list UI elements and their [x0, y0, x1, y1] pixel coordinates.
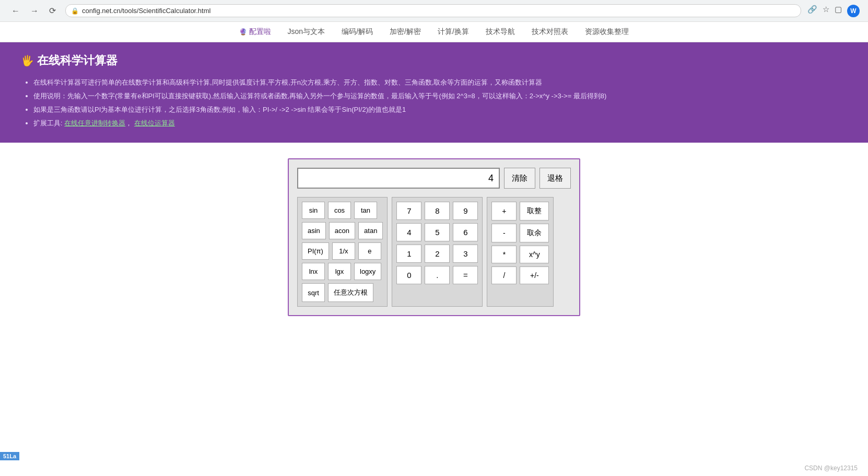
- main-content: 清除 退格 sin cos tan asin acon atan PI(π): [0, 143, 868, 332]
- user-avatar[interactable]: W: [847, 5, 860, 17]
- nav-item-jisuan[interactable]: 计算/换算: [438, 27, 469, 37]
- xpowy-button[interactable]: x^y: [520, 246, 549, 263]
- logxy-button[interactable]: logxy: [354, 263, 381, 280]
- num-row-2: 4 5 6: [396, 223, 478, 241]
- clear-button[interactable]: 清除: [504, 168, 535, 189]
- ops-panel: + 取整 - 取余 * x^y / +/-: [487, 197, 554, 307]
- calc-display[interactable]: [297, 168, 500, 189]
- lock-icon: 🔒: [71, 7, 79, 15]
- bullet-3: 如果是三角函数请以PI为基本单位进行计算，之后选择3角函数,例如，输入：PI->…: [33, 103, 847, 117]
- e-button[interactable]: e: [358, 242, 381, 260]
- browser-chrome: ← → ⟳ 🔒 config.net.cn/tools/ScientificCa…: [0, 0, 868, 22]
- btn-3[interactable]: 3: [453, 245, 478, 263]
- sci-row-3: PI(π) 1/x e: [302, 242, 383, 260]
- ext-link-1[interactable]: 在线任意进制转换器: [64, 119, 125, 127]
- bullet-4: 扩展工具: 在线任意进制转换器， 在线位运算器: [33, 117, 847, 130]
- header-section: 在线科学计算器 在线科学计算器可进行简单的在线数学计算和高级科学计算,同时提供弧…: [0, 42, 868, 143]
- cos-button[interactable]: cos: [328, 202, 351, 219]
- sci-row-1: sin cos tan: [302, 202, 383, 219]
- nav-item-json[interactable]: Json与文本: [288, 27, 325, 37]
- nav-item-jishu[interactable]: 技术导航: [486, 27, 515, 37]
- mod-button[interactable]: 取余: [520, 224, 549, 242]
- nav-bar: 配置啦 Json与文本 编码/解码 加密/解密 计算/换算 技术导航 技术对照表…: [0, 22, 868, 42]
- calculator: 清除 退格 sin cos tan asin acon atan PI(π): [288, 158, 580, 316]
- btn-5[interactable]: 5: [425, 223, 450, 241]
- btn-0[interactable]: 0: [396, 266, 421, 284]
- sci-panel: sin cos tan asin acon atan PI(π) 1/x e l…: [297, 197, 388, 307]
- plus-button[interactable]: +: [491, 202, 517, 220]
- forward-arrow[interactable]: →: [27, 5, 42, 17]
- bookmark-icon[interactable]: ☆: [823, 5, 829, 17]
- nav-item-bianjie[interactable]: 编码/解码: [342, 27, 373, 37]
- sci-row-5: sqrt 任意次方根: [302, 283, 383, 302]
- btn-9[interactable]: 9: [453, 202, 478, 220]
- btn-8[interactable]: 8: [425, 202, 450, 220]
- bullet-1: 在线科学计算器可进行简单的在线数学计算和高级科学计算,同时提供弧度计算,平方根,…: [33, 76, 847, 89]
- nav-item-duizhao[interactable]: 技术对照表: [532, 27, 568, 37]
- sin-button[interactable]: sin: [302, 202, 325, 219]
- ops-row-4: / +/-: [491, 266, 549, 284]
- btn-6[interactable]: 6: [453, 223, 478, 241]
- acon-button[interactable]: acon: [329, 222, 355, 239]
- btn-4[interactable]: 4: [396, 223, 421, 241]
- browser-nav-buttons[interactable]: ← → ⟳: [8, 5, 59, 17]
- reload-button[interactable]: ⟳: [46, 5, 59, 17]
- multiply-button[interactable]: *: [491, 246, 517, 263]
- nav-item-ziyuan[interactable]: 资源收集整理: [585, 27, 629, 37]
- btn-equals[interactable]: =: [453, 266, 478, 284]
- minus-button[interactable]: -: [491, 224, 517, 242]
- nav-item-jiami[interactable]: 加密/解密: [390, 27, 421, 37]
- num-row-3: 1 2 3: [396, 245, 478, 263]
- header-bullets: 在线科学计算器可进行简单的在线数学计算和高级科学计算,同时提供弧度计算,平方根,…: [21, 76, 847, 130]
- window-icon[interactable]: ▢: [835, 5, 842, 17]
- atan-button[interactable]: atan: [358, 222, 383, 239]
- ops-row-3: * x^y: [491, 246, 549, 263]
- ops-row-2: - 取余: [491, 224, 549, 242]
- url-text: config.net.cn/tools/ScientificCalculator…: [82, 7, 210, 15]
- negate-button[interactable]: +/-: [520, 266, 549, 284]
- divide-button[interactable]: /: [491, 266, 517, 284]
- sci-row-2: asin acon atan: [302, 222, 383, 239]
- nav-item-peizhi[interactable]: 配置啦: [239, 27, 271, 37]
- panels-row: sin cos tan asin acon atan PI(π) 1/x e l…: [297, 197, 571, 307]
- btn-1[interactable]: 1: [396, 245, 421, 263]
- share-icon[interactable]: 🔗: [807, 5, 817, 17]
- bullet-2: 使用说明：先输入一个数字(常量有e和PI可以直接按键获取),然后输入运算符或者函…: [33, 89, 847, 103]
- asin-button[interactable]: asin: [302, 222, 326, 239]
- pi-button[interactable]: PI(π): [302, 242, 329, 260]
- back-arrow[interactable]: ←: [8, 5, 23, 17]
- sci-row-4: lnx lgx logxy: [302, 263, 383, 280]
- floor-button[interactable]: 取整: [520, 202, 549, 220]
- lnx-button[interactable]: lnx: [302, 263, 325, 280]
- ops-row-1: + 取整: [491, 202, 549, 220]
- num-panel: 7 8 9 4 5 6 1 2 3 0 . =: [392, 197, 483, 307]
- display-row: 清除 退格: [297, 168, 571, 189]
- lgx-button[interactable]: lgx: [328, 263, 351, 280]
- inv-button[interactable]: 1/x: [332, 242, 355, 260]
- nth-root-button[interactable]: 任意次方根: [328, 283, 373, 302]
- num-row-1: 7 8 9: [396, 202, 478, 220]
- ext-link-2[interactable]: 在线位运算器: [134, 119, 175, 127]
- browser-actions: 🔗 ☆ ▢ W: [807, 5, 860, 17]
- sqrt-button[interactable]: sqrt: [302, 283, 325, 302]
- tan-button[interactable]: tan: [354, 202, 377, 219]
- btn-dot[interactable]: .: [425, 266, 450, 284]
- num-row-4: 0 . =: [396, 266, 478, 284]
- address-bar[interactable]: 🔒 config.net.cn/tools/ScientificCalculat…: [65, 4, 801, 17]
- back-button[interactable]: 退格: [539, 168, 571, 189]
- btn-2[interactable]: 2: [425, 245, 450, 263]
- btn-7[interactable]: 7: [396, 202, 421, 220]
- page-title: 在线科学计算器: [21, 53, 847, 68]
